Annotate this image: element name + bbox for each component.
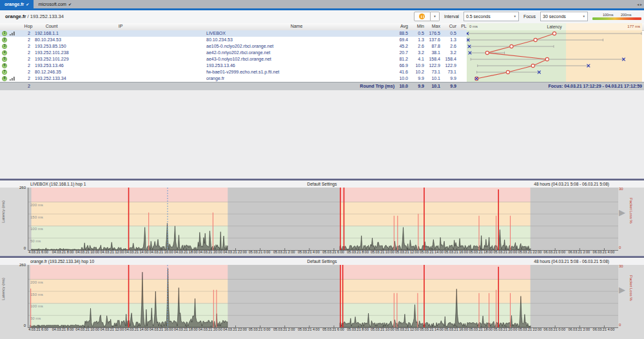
hop-latency-graph[interactable] <box>467 30 642 82</box>
timeline-plot[interactable]: 200 ms150 ms100 ms50 ms <box>28 265 618 328</box>
cell-count: 2 <box>13 50 30 56</box>
x-tick-label: 05.03.21 22:00 <box>518 250 542 254</box>
interval-select[interactable]: 0.5 seconds ▼ <box>463 12 519 21</box>
breadcrumb-host: orange.fr <box>5 14 26 19</box>
x-tick-label: 4.03.21 6:00 <box>28 327 48 331</box>
hop-number-badge: 4 <box>2 50 7 55</box>
hop-number-badge: 3 <box>2 44 7 49</box>
y-axis-max: 260 <box>14 186 26 189</box>
x-axis-labels: 4.03.21 6:0004.03.21 8:0004.03.21 10:000… <box>0 327 644 333</box>
expand-panel-arrow[interactable]: ▶ <box>619 286 625 294</box>
x-tick-label: 05.03.21 0:00 <box>249 250 271 254</box>
cell-ip: 193.253.13.46 <box>35 63 64 69</box>
cell-name: ae43-0.nolyo102.rbci.orange.net <box>206 56 271 63</box>
chevron-down-icon: ▼ <box>583 15 585 18</box>
cell-avg: 45.2 <box>387 43 408 50</box>
cell-ip: 193.252.101.229 <box>35 56 69 63</box>
x-tick-label: 05.03.21 12:00 <box>395 327 419 331</box>
timeline-plot[interactable]: 200 ms150 ms100 ms50 ms <box>28 188 618 251</box>
cell-name: fw-bae01-v2999.echo.net.s1.p.fti.net <box>206 69 279 75</box>
cell-count: 2 <box>13 75 30 82</box>
x-tick-label: 06.03.21 2:00 <box>568 327 590 331</box>
col-header-cur[interactable]: Cur <box>440 23 456 30</box>
cell-name: ae42-0.nrlyo202.rbci.orange.net <box>206 50 270 56</box>
x-tick-label: 06.03.21 4:00 <box>593 250 615 254</box>
col-header-min[interactable]: Min <box>408 23 424 30</box>
breadcrumb: orange.fr / 193.252.133.34 <box>5 10 64 23</box>
cell-cur: 9.9 <box>440 75 456 82</box>
col-header-ip[interactable]: IP <box>35 23 206 30</box>
cell-name: 80.10.234.53 <box>206 37 233 43</box>
svg-text:200 ms: 200 ms <box>30 280 43 284</box>
x-tick-label: 04.03.21 20:00 <box>199 327 222 331</box>
pause-button[interactable] <box>414 12 431 21</box>
cell-count: 2 <box>13 30 30 37</box>
tab-orange-fr[interactable]: orange.fr ✔ <box>0 0 34 8</box>
x-tick-label: 05.03.21 14:00 <box>420 250 444 254</box>
x-tick-label: 05.03.21 14:00 <box>420 327 444 331</box>
x-tick-label: 04.03.21 18:00 <box>174 250 198 254</box>
x-tick-label: 05.03.21 18:00 <box>469 250 493 254</box>
timeline-title: LIVEBOX (192.168.1.1) hop 1 <box>30 180 86 188</box>
cell-min: 2.6 <box>408 43 424 50</box>
latency-column-title: Latency <box>467 23 642 30</box>
x-tick-label: 04.03.21 8:00 <box>52 250 74 254</box>
y-axis-title: Latency (ms) <box>1 200 5 223</box>
x-tick-label: 05.03.21 12:00 <box>395 250 419 254</box>
x-tick-label: 05.03.21 10:00 <box>371 327 395 331</box>
cell-min: 10.2 <box>408 69 424 75</box>
col-header-avg[interactable]: Avg <box>387 23 408 30</box>
x-tick-label: 05.03.21 20:00 <box>494 327 518 331</box>
cell-avg: 66.9 <box>387 63 408 69</box>
cell-cur: 122.9 <box>440 63 456 69</box>
x-tick-label: 05.03.21 0:00 <box>249 327 271 331</box>
pause-control: ▼ <box>414 12 440 21</box>
interval-value: 0.5 seconds <box>466 14 512 19</box>
x-tick-label: 05.03.21 8:00 <box>347 327 369 331</box>
x-tick-label: 05.03.21 2:00 <box>273 327 295 331</box>
right-axis-max: 30 <box>619 264 623 268</box>
latency-scale-max: 177 ms <box>627 23 640 30</box>
x-tick-label: 06.03.21 2:00 <box>568 250 590 254</box>
legend-200ms-label: 200ms <box>621 13 632 17</box>
trace-table: Hop Count IP Name Avg Min Max Cur PL% 0 … <box>0 23 644 90</box>
svg-text:50 ms: 50 ms <box>30 239 41 243</box>
pause-dropdown-button[interactable]: ▼ <box>431 12 440 21</box>
pause-icon <box>419 14 425 19</box>
x-tick-label: 06.03.21 0:00 <box>543 250 565 254</box>
toolbar-controls: ▼ Interval 0.5 seconds ▼ Focus 30 second… <box>414 10 641 23</box>
summary-count: 2 <box>13 82 30 90</box>
tab-microsoft-com[interactable]: microsoft.com ✔ <box>34 0 76 8</box>
right-axis-min: 0 <box>619 323 621 327</box>
check-icon: ✔ <box>68 3 72 6</box>
toolbar: orange.fr / 193.252.133.34 ▼ Interval 0.… <box>0 10 644 24</box>
cell-min: 1.3 <box>408 37 424 43</box>
tab-scroll-arrows[interactable]: ◂ ▸ <box>637 0 644 8</box>
x-tick-label: 04.03.21 10:00 <box>75 327 99 331</box>
cell-min: 10.9 <box>408 63 424 69</box>
right-axis-max: 30 <box>619 187 623 191</box>
legend-100ms-label: 100ms <box>603 13 614 17</box>
cell-name: 193.253.13.46 <box>206 63 235 69</box>
cell-max: 137.6 <box>424 37 440 43</box>
cell-name: LIVEBOX <box>206 30 226 37</box>
cell-avg: 20.7 <box>387 50 408 56</box>
hop-number-badge: 8 <box>2 76 7 81</box>
cell-name: ae105-0.nclyo202.rbci.orange.net <box>206 43 273 50</box>
expand-panel-arrow[interactable]: ▶ <box>619 208 625 217</box>
x-tick-label: 04.03.21 22:00 <box>223 250 247 254</box>
cell-ip: 192.168.1.1 <box>35 30 59 37</box>
right-axis-title: Packet Loss % <box>629 198 633 224</box>
col-header-max[interactable]: Max <box>424 23 440 30</box>
right-axis-min: 0 <box>619 246 621 249</box>
summary-max: 10.1 <box>424 82 440 90</box>
x-tick-label: 05.03.21 8:00 <box>347 250 369 254</box>
x-tick-label: 04.03.21 14:00 <box>125 327 149 331</box>
x-tick-label: 06.03.21 4:00 <box>593 327 615 331</box>
x-tick-label: 04.03.21 12:00 <box>100 250 124 254</box>
focus-select[interactable]: 30 seconds ▼ <box>540 12 588 21</box>
cell-min: 0.5 <box>408 30 424 37</box>
x-tick-label: 05.03.21 6:00 <box>322 250 344 254</box>
timeline-title: orange.fr (193.252.133.34) hop 10 <box>30 258 94 265</box>
col-header-name[interactable]: Name <box>206 23 387 30</box>
